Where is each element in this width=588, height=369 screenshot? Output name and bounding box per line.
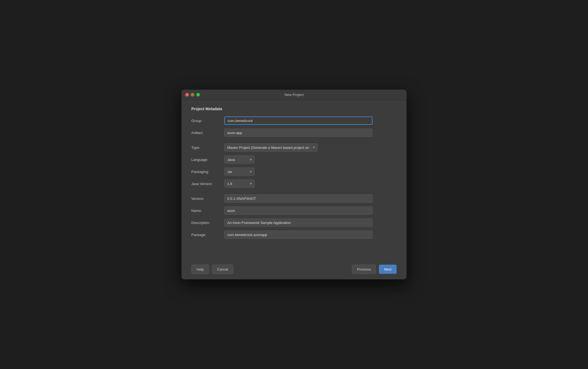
type-row: Type: Maven Project (Generate a Maven ba…: [191, 143, 397, 152]
package-input[interactable]: [224, 231, 373, 239]
packaging-select[interactable]: Jar War: [224, 168, 254, 176]
java-version-select-wrapper: 1.8 11 17 ▼: [224, 180, 254, 188]
language-select[interactable]: Java Kotlin Groovy: [224, 155, 254, 164]
language-label: Language:: [191, 158, 224, 162]
name-row: Name:: [191, 206, 397, 215]
version-label: Version:: [191, 197, 224, 201]
artifact-label: Artifact:: [191, 131, 224, 135]
dialog-footer: Help Cancel Previous Next: [181, 260, 407, 279]
group-row: Group:: [191, 117, 397, 125]
type-select[interactable]: Maven Project (Generate a Maven based pr…: [224, 143, 318, 152]
group-label: Group:: [191, 119, 224, 123]
language-row: Language: Java Kotlin Groovy ▼: [191, 155, 397, 164]
description-label: Description:: [191, 221, 224, 225]
name-label: Name:: [191, 209, 224, 213]
java-version-select[interactable]: 1.8 11 17: [224, 180, 254, 188]
java-version-row: Java Version: 1.8 11 17 ▼: [191, 180, 397, 188]
type-label: Type:: [191, 146, 224, 150]
help-button[interactable]: Help: [191, 265, 209, 274]
window-title: New Project: [284, 93, 304, 97]
cancel-button[interactable]: Cancel: [212, 265, 233, 274]
maximize-button[interactable]: [196, 93, 200, 96]
dialog-content: Project Metadata Group: Artifact: Type: …: [181, 100, 407, 249]
next-button[interactable]: Next: [379, 265, 397, 274]
packaging-row: Packaging: Jar War ▼: [191, 168, 397, 176]
java-version-label: Java Version:: [191, 182, 224, 186]
packaging-select-wrapper: Jar War ▼: [224, 168, 254, 176]
section-title: Project Metadata: [191, 107, 397, 111]
description-input[interactable]: [224, 218, 373, 227]
packaging-label: Packaging:: [191, 170, 224, 174]
name-input[interactable]: [224, 206, 373, 215]
traffic-lights: [185, 93, 200, 96]
artifact-input[interactable]: [224, 129, 373, 137]
titlebar: New Project: [181, 90, 407, 100]
package-label: Package:: [191, 233, 224, 237]
footer-left-buttons: Help Cancel: [191, 265, 233, 274]
language-select-wrapper: Java Kotlin Groovy ▼: [224, 155, 254, 164]
dialog-window: New Project Project Metadata Group: Arti…: [181, 90, 407, 279]
group-input[interactable]: [224, 117, 373, 125]
type-select-wrapper: Maven Project (Generate a Maven based pr…: [224, 143, 318, 152]
version-row: Version:: [191, 194, 397, 203]
artifact-row: Artifact:: [191, 129, 397, 137]
version-input[interactable]: [224, 194, 373, 203]
previous-button[interactable]: Previous: [352, 265, 376, 274]
minimize-button[interactable]: [191, 93, 194, 96]
footer-right-buttons: Previous Next: [352, 265, 397, 274]
package-row: Package:: [191, 231, 397, 239]
description-row: Description:: [191, 218, 397, 227]
close-button[interactable]: [185, 93, 189, 96]
